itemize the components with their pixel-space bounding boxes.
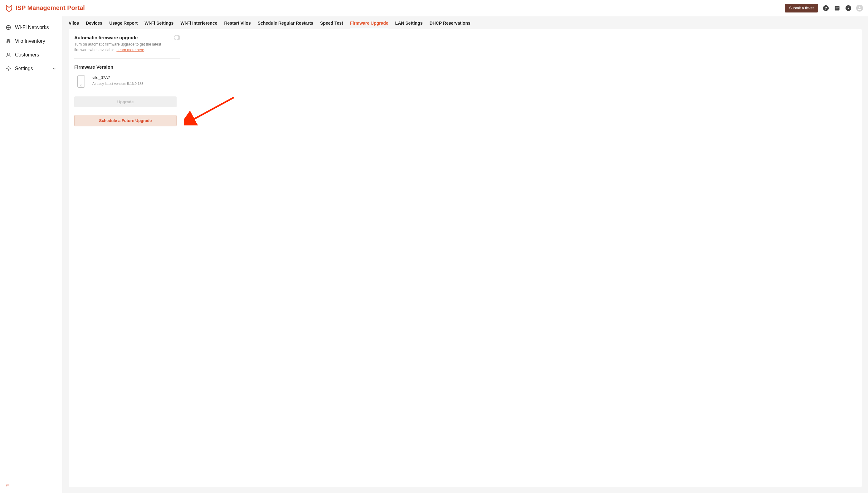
chevron-down-icon xyxy=(52,66,57,71)
tab-usage-report[interactable]: Usage Report xyxy=(109,21,137,29)
tab-wifi-settings[interactable]: Wi-Fi Settings xyxy=(145,21,173,29)
schedule-upgrade-button[interactable]: Schedule a Future Upgrade xyxy=(74,115,177,126)
gear-icon xyxy=(6,66,11,71)
tabs: Vilos Devices Usage Report Wi-Fi Setting… xyxy=(62,16,868,29)
header-actions: Submit a ticket ? xyxy=(785,4,863,13)
tab-restart-vilos[interactable]: Restart Vilos xyxy=(224,21,251,29)
sidebar-item-label: Vilo Inventory xyxy=(15,38,45,44)
content-panel: Automatic firmware upgrade Turn on autom… xyxy=(69,29,862,487)
device-icon xyxy=(78,75,85,88)
brand-title: ISP Management Portal xyxy=(16,4,85,12)
submit-ticket-button[interactable]: Submit a ticket xyxy=(785,4,818,13)
device-row: vilo_07A7 Already latest version: 5.16.0… xyxy=(74,75,180,88)
app-header: ISP Management Portal Submit a ticket ? xyxy=(0,0,868,16)
brand-logo-icon xyxy=(5,4,13,12)
svg-rect-3 xyxy=(836,7,839,8)
upgrade-button: Upgrade xyxy=(74,97,177,107)
tab-firmware-upgrade[interactable]: Firmware Upgrade xyxy=(350,21,388,29)
svg-rect-2 xyxy=(835,6,840,10)
device-status: Already latest version: 5.16.0.185 xyxy=(92,82,143,85)
auto-upgrade-title: Automatic firmware upgrade xyxy=(74,35,174,40)
firmware-version-title: Firmware Version xyxy=(74,64,180,69)
lightning-icon[interactable] xyxy=(845,5,852,12)
brand: ISP Management Portal xyxy=(5,4,85,12)
tab-schedule-restarts[interactable]: Schedule Regular Restarts xyxy=(258,21,313,29)
sidebar-item-label: Settings xyxy=(15,66,33,71)
main-area: Vilos Devices Usage Report Wi-Fi Setting… xyxy=(62,16,868,493)
tab-lan-settings[interactable]: LAN Settings xyxy=(395,21,423,29)
sidebar: Wi-Fi Networks Vilo Inventory Customers … xyxy=(0,16,62,493)
sidebar-item-settings[interactable]: Settings xyxy=(0,62,62,76)
svg-rect-4 xyxy=(836,8,838,9)
auto-upgrade-description: Turn on automatic firmware upgrade to ge… xyxy=(74,42,174,53)
globe-icon xyxy=(6,25,11,30)
divider xyxy=(74,58,180,59)
tab-devices[interactable]: Devices xyxy=(86,21,102,29)
svg-point-6 xyxy=(859,6,860,8)
svg-point-9 xyxy=(8,68,9,69)
svg-line-10 xyxy=(190,98,234,121)
sidebar-item-label: Wi-Fi Networks xyxy=(15,25,49,30)
tab-speed-test[interactable]: Speed Test xyxy=(320,21,343,29)
help-icon[interactable]: ? xyxy=(822,5,829,12)
auto-upgrade-toggle[interactable] xyxy=(174,35,180,40)
sidebar-item-wifi-networks[interactable]: Wi-Fi Networks xyxy=(0,21,62,34)
svg-text:?: ? xyxy=(825,6,827,10)
user-avatar-icon[interactable] xyxy=(856,5,863,12)
tab-wifi-interference[interactable]: Wi-Fi Interference xyxy=(180,21,217,29)
person-icon xyxy=(6,52,11,58)
device-name: vilo_07A7 xyxy=(92,75,143,80)
annotation-arrow-icon xyxy=(184,94,237,125)
tab-vilos[interactable]: Vilos xyxy=(69,21,79,29)
calendar-icon[interactable] xyxy=(834,5,841,12)
learn-more-link[interactable]: Learn more here xyxy=(116,48,144,52)
sidebar-collapse-button[interactable] xyxy=(0,479,62,493)
svg-point-8 xyxy=(7,53,9,55)
sidebar-item-label: Customers xyxy=(15,52,39,58)
tab-dhcp-reservations[interactable]: DHCP Reservations xyxy=(430,21,471,29)
sidebar-item-vilo-inventory[interactable]: Vilo Inventory xyxy=(0,34,62,48)
stack-icon xyxy=(6,38,11,44)
sidebar-item-customers[interactable]: Customers xyxy=(0,48,62,62)
